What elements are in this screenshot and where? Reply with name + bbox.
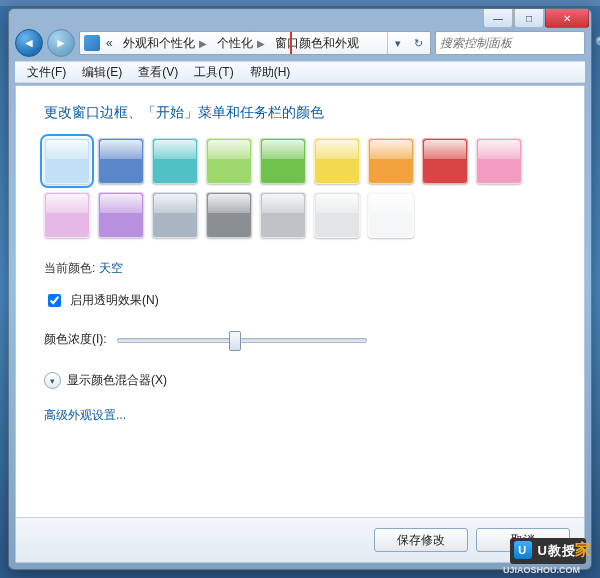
window-frame: — □ ✕ ◄ ► « 外观和个性化▶ 个性化▶ 窗口颜色和外观 ▾ ↻ 🔍 文… xyxy=(8,8,592,570)
transparency-checkbox[interactable] xyxy=(48,294,61,307)
color-swatch[interactable] xyxy=(314,138,360,184)
intensity-label: 颜色浓度(I): xyxy=(44,331,107,348)
refresh-icon[interactable]: ↻ xyxy=(408,32,428,54)
menu-edit[interactable]: 编辑(E) xyxy=(74,64,130,81)
address-dropdown-icon[interactable]: ▾ xyxy=(388,32,408,54)
search-icon[interactable]: 🔍 xyxy=(595,36,600,50)
current-color-row: 当前颜色: 天空 xyxy=(44,260,556,277)
transparency-row[interactable]: 启用透明效果(N) xyxy=(44,291,556,310)
menu-help[interactable]: 帮助(H) xyxy=(242,64,299,81)
menu-file[interactable]: 文件(F) xyxy=(19,64,74,81)
menu-view[interactable]: 查看(V) xyxy=(130,64,186,81)
breadcrumb-ellipsis[interactable]: « xyxy=(102,32,117,54)
breadcrumb-level1[interactable]: 外观和个性化▶ xyxy=(117,32,211,54)
color-swatch[interactable] xyxy=(314,192,360,238)
current-color-value: 天空 xyxy=(99,261,123,275)
color-swatch[interactable] xyxy=(368,138,414,184)
intensity-slider[interactable] xyxy=(117,330,367,348)
titlebar: — □ ✕ xyxy=(9,9,591,29)
nav-forward-button[interactable]: ► xyxy=(47,29,75,57)
chevron-down-icon: ▾ xyxy=(44,372,61,389)
advanced-appearance-link[interactable]: 高级外观设置... xyxy=(44,407,556,424)
color-swatch[interactable] xyxy=(260,192,306,238)
intensity-slider-thumb[interactable] xyxy=(229,331,241,351)
search-input[interactable] xyxy=(436,36,595,50)
color-swatch[interactable] xyxy=(476,138,522,184)
color-swatch[interactable] xyxy=(368,192,414,238)
nav-back-button[interactable]: ◄ xyxy=(15,29,43,57)
location-icon xyxy=(84,35,100,51)
color-swatch[interactable] xyxy=(44,192,90,238)
color-mixer-toggle[interactable]: ▾ 显示颜色混合器(X) xyxy=(44,372,556,389)
current-color-label: 当前颜色: xyxy=(44,261,95,275)
color-swatch[interactable] xyxy=(44,138,90,184)
address-bar[interactable]: « 外观和个性化▶ 个性化▶ 窗口颜色和外观 ▾ ↻ xyxy=(79,31,431,55)
save-button[interactable]: 保存修改 xyxy=(374,528,468,552)
search-box[interactable]: 🔍 xyxy=(435,31,585,55)
menu-bar: 文件(F) 编辑(E) 查看(V) 工具(T) 帮助(H) xyxy=(15,61,585,83)
transparency-label: 启用透明效果(N) xyxy=(70,292,159,309)
color-mixer-label: 显示颜色混合器(X) xyxy=(67,372,167,389)
maximize-button[interactable]: □ xyxy=(514,9,544,28)
color-swatch[interactable] xyxy=(206,192,252,238)
page-title: 更改窗口边框、「开始」菜单和任务栏的颜色 xyxy=(44,104,556,122)
color-swatch[interactable] xyxy=(98,192,144,238)
color-swatch-grid xyxy=(44,138,524,238)
close-button[interactable]: ✕ xyxy=(545,9,589,28)
color-swatch[interactable] xyxy=(152,138,198,184)
color-swatch[interactable] xyxy=(422,138,468,184)
menu-tools[interactable]: 工具(T) xyxy=(186,64,241,81)
intensity-row: 颜色浓度(I): xyxy=(44,330,556,348)
bottom-bar: 保存修改 取消 xyxy=(16,517,584,562)
color-swatch[interactable] xyxy=(98,138,144,184)
color-swatch[interactable] xyxy=(260,138,306,184)
watermark-tail: 家 xyxy=(575,540,592,561)
watermark: U教授 家 UJIAOSHOU.COM xyxy=(510,538,586,564)
watermark-sub: UJIAOSHOU.COM xyxy=(503,565,580,575)
minimize-button[interactable]: — xyxy=(483,9,513,28)
watermark-text: U教授 xyxy=(538,542,576,560)
breadcrumb-level3[interactable]: 窗口颜色和外观 xyxy=(269,32,363,54)
content-pane: 更改窗口边框、「开始」菜单和任务栏的颜色 当前颜色: 天空 启用透明效果(N) … xyxy=(15,85,585,563)
breadcrumb-level2[interactable]: 个性化▶ xyxy=(211,32,269,54)
color-swatch[interactable] xyxy=(152,192,198,238)
color-swatch[interactable] xyxy=(206,138,252,184)
